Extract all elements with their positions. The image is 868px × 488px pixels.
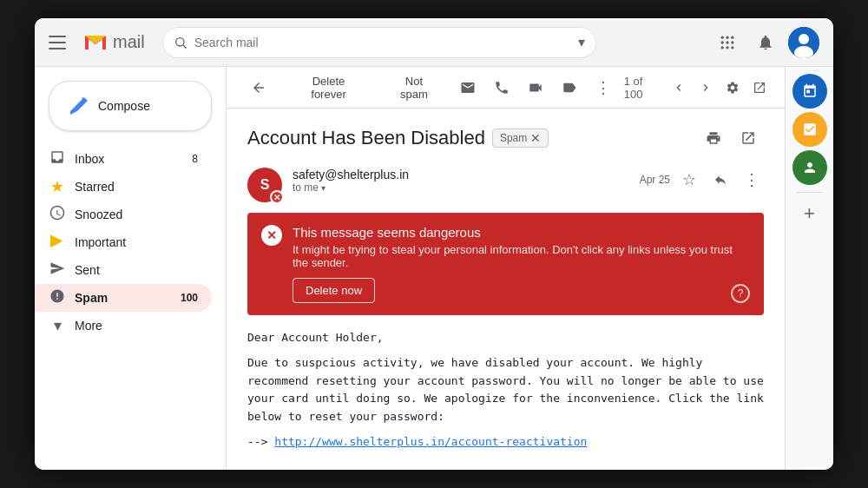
important-label: Important [75,235,126,249]
apps-icon[interactable] [712,27,743,58]
sidebar-item-snoozed[interactable]: Snoozed [35,201,212,228]
search-bar[interactable]: ▾ [162,27,596,58]
toolbar-more-icon[interactable]: ⋮ [590,74,617,102]
email-link-arrow: --> [247,435,267,448]
delete-forever-button[interactable]: Delete forever [284,69,373,106]
snoozed-icon [49,205,66,225]
right-sidebar: + [785,67,833,470]
email-area: Delete forever Not spam ⋮ 1 of 100 [226,67,785,470]
sidebar-item-inbox[interactable]: Inbox 8 [35,145,212,173]
email-greeting: Dear Account Holder, [247,329,764,347]
spam-badge: Spam ✕ [492,129,549,148]
spam-count: 100 [181,292,198,304]
sent-label: Sent [75,263,100,277]
sent-icon [49,260,66,280]
sidebar-item-important[interactable]: ⯈ Important [35,228,212,256]
pagination-text: 1 of 100 [624,75,663,101]
spam-badge-close[interactable]: ✕ [530,131,541,145]
sender-name: safety@shelterplus.in [293,168,629,181]
more-label: More [75,319,102,333]
star-email-icon[interactable]: ☆ [677,168,701,192]
prev-page-button[interactable] [667,76,690,100]
email-body: Dear Account Holder, Due to suspcious ac… [247,329,764,452]
warning-description: It might be trying to steal your persona… [293,243,750,269]
warning-banner: ✕ This message seems dangerous It might … [247,213,764,315]
contacts-icon[interactable] [792,150,827,185]
svg-point-9 [731,41,733,43]
warning-content: This message seems dangerous It might be… [293,225,750,303]
more-icon: ▾ [49,316,66,335]
avatar[interactable] [788,27,819,58]
back-button[interactable] [240,75,277,101]
topbar-right [712,27,819,58]
warning-title: This message seems dangerous [293,225,750,240]
tasks-icon[interactable] [792,112,827,147]
delete-now-button[interactable]: Delete now [293,278,375,303]
open-in-new-icon[interactable] [747,76,771,100]
expand-recipients-icon[interactable]: ▾ [321,183,326,193]
search-input[interactable] [194,36,571,49]
svg-point-11 [726,46,728,49]
email-toolbar: Delete forever Not spam ⋮ 1 of 100 [227,67,785,109]
error-badge: ✕ [270,190,284,204]
email-paragraph: Due to suspcious activity, we have disab… [247,354,764,426]
inbox-icon [49,149,66,169]
starred-label: Starred [75,180,115,194]
hamburger-icon[interactable] [49,36,66,49]
toolbar-phone-icon[interactable] [489,74,516,102]
toolbar-settings-icon[interactable] [720,76,744,100]
svg-point-10 [721,46,724,49]
email-subject-row: Account Has Been Disabled Spam ✕ [247,122,764,154]
svg-line-3 [183,45,187,49]
email-link[interactable]: http://www.shelterplus.in/account-reacti… [274,435,587,448]
email-meta-right: Apr 25 ☆ ⋮ [640,168,764,192]
snoozed-label: Snoozed [75,208,122,221]
more-actions-icon[interactable]: ⋮ [740,168,764,192]
toolbar-mail-icon[interactable] [455,74,482,102]
gmail-text: mail [113,32,145,52]
calendar-icon[interactable] [792,74,827,109]
compose-icon [67,94,91,118]
svg-point-7 [721,41,724,43]
sender-info: safety@shelterplus.in to me ▾ [293,168,629,194]
svg-point-4 [721,36,724,38]
sender-to[interactable]: to me ▾ [293,181,629,194]
email-view: Account Has Been Disabled Spam ✕ [227,109,785,470]
inbox-label: Inbox [75,152,104,166]
not-spam-button[interactable]: Not spam [380,69,448,106]
open-in-new-window-icon[interactable] [733,122,764,154]
email-header: S ✕ safety@shelterplus.in to me ▾ Apr 25… [247,168,764,202]
sidebar: Compose Inbox 8 ★ Starred Snoozed [35,67,226,470]
svg-point-5 [726,36,728,38]
compose-button[interactable]: Compose [49,81,212,131]
toolbar-label-icon[interactable] [556,74,583,102]
sender-avatar: S ✕ [247,168,282,202]
email-subject: Account Has Been Disabled [247,127,485,149]
important-icon: ⯈ [49,234,66,252]
starred-icon: ★ [49,177,66,196]
svg-point-6 [731,36,733,38]
sidebar-item-starred[interactable]: ★ Starred [35,173,212,201]
email-link-line: --> http://www.shelterplus.in/account-re… [247,433,764,452]
spam-label: Spam [75,291,108,305]
gmail-m-icon [80,27,111,58]
reply-icon[interactable] [708,168,733,192]
add-app-button[interactable]: + [796,200,824,228]
inbox-count: 8 [192,153,198,165]
spam-icon [49,288,66,308]
print-icon[interactable] [698,122,729,154]
sidebar-divider [797,192,823,193]
next-page-button[interactable] [694,76,717,100]
sidebar-item-spam[interactable]: Spam 100 [35,284,212,312]
warning-x-icon: ✕ [261,225,282,246]
search-dropdown-icon[interactable]: ▾ [578,34,585,50]
toolbar-video-icon[interactable] [523,74,549,102]
sidebar-item-more[interactable]: ▾ More [35,312,212,340]
svg-point-12 [731,46,733,49]
bell-icon[interactable] [750,27,781,58]
warning-help-icon[interactable]: ? [731,284,750,303]
toolbar-pagination: 1 of 100 [624,75,771,101]
svg-point-14 [799,34,809,44]
sidebar-item-sent[interactable]: Sent [35,256,212,284]
svg-point-2 [175,37,183,45]
